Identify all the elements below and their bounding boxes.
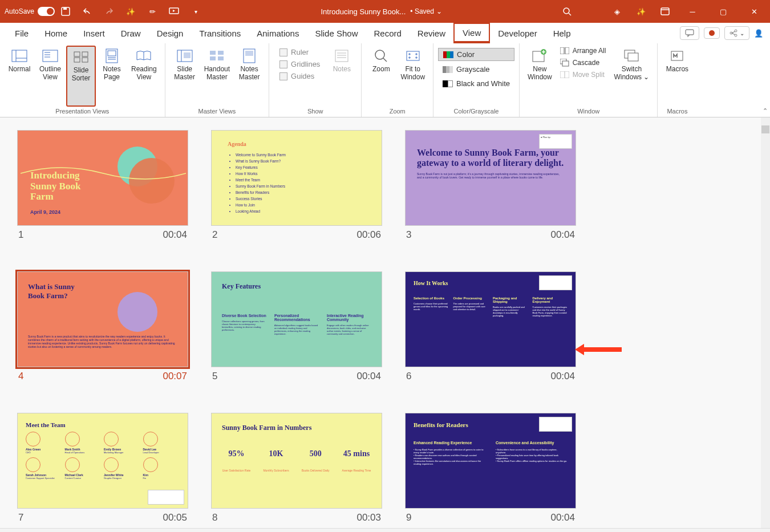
- tab-record[interactable]: Record: [366, 23, 409, 43]
- tab-insert[interactable]: Insert: [75, 23, 113, 43]
- comments-button[interactable]: [680, 26, 699, 40]
- svg-point-8: [735, 30, 737, 32]
- tab-review[interactable]: Review: [410, 23, 453, 43]
- macros-button[interactable]: Macros: [662, 46, 692, 107]
- tab-home[interactable]: Home: [37, 23, 75, 43]
- record-button[interactable]: [704, 27, 720, 39]
- slide-thumb-9[interactable]: Benefits for Readers Enhanced Reading Ex…: [405, 413, 576, 527]
- notes-page-button[interactable]: Notes Page: [97, 46, 127, 107]
- redo-icon[interactable]: [101, 3, 117, 19]
- sparkle-icon[interactable]: ✨: [633, 3, 649, 19]
- minimize-button[interactable]: ─: [681, 0, 704, 23]
- cascade-button[interactable]: Cascade: [557, 58, 610, 68]
- svg-point-3: [564, 8, 569, 14]
- switch-windows-button[interactable]: Switch Windows ⌄: [610, 46, 653, 107]
- fit-window-button[interactable]: Fit to Window: [397, 46, 428, 107]
- svg-point-40: [375, 50, 384, 59]
- normal-view-button[interactable]: Normal: [5, 46, 34, 107]
- slide-sorter-pane: Introducing Sunny Book Farm April 9, 202…: [0, 117, 770, 528]
- handout-master-button[interactable]: Handout Master: [201, 46, 233, 107]
- grayscale-button[interactable]: Grayscale: [438, 63, 514, 75]
- svg-rect-52: [628, 53, 638, 61]
- zoom-button[interactable]: Zoom: [366, 46, 396, 107]
- svg-rect-11: [12, 50, 27, 62]
- tab-draw[interactable]: Draw: [113, 23, 149, 43]
- svg-rect-32: [210, 56, 216, 60]
- slide-sorter-button[interactable]: Slide Sorter: [66, 46, 96, 107]
- tab-transitions[interactable]: Transitions: [191, 23, 249, 43]
- callout-arrow-icon: [575, 344, 626, 355]
- svg-rect-20: [74, 58, 80, 62]
- close-button[interactable]: ✕: [743, 0, 765, 23]
- tab-developer[interactable]: Developer: [490, 23, 545, 43]
- slide-master-button[interactable]: Slide Master: [170, 46, 200, 107]
- autosave-toggle[interactable]: AutoSave On: [5, 7, 52, 16]
- notes-button: Notes: [327, 46, 356, 107]
- tab-file[interactable]: File: [7, 23, 37, 43]
- slide-thumb-6[interactable]: How It Works Selection of BooksCustomers…: [405, 271, 576, 385]
- status-bar: Slide 4 of 13 Display Settings − + 100%: [0, 528, 770, 532]
- svg-line-41: [383, 58, 387, 62]
- slide-thumb-3[interactable]: ● Plus tip Welcome to Sunny Book Farm, y…: [405, 130, 576, 244]
- svg-rect-7: [686, 30, 694, 35]
- account-icon[interactable]: 👤: [754, 29, 763, 38]
- quick-access-1-icon[interactable]: ✨: [123, 3, 139, 19]
- slide-thumb-4[interactable]: What is Sunny Book Farm? Sunny Book Farm…: [17, 271, 188, 385]
- svg-rect-19: [82, 52, 88, 56]
- bw-button[interactable]: Black and White: [438, 78, 514, 90]
- tab-slideshow[interactable]: Slide Show: [307, 23, 366, 43]
- ribbon-tabs: File Home Insert Draw Design Transitions…: [0, 23, 770, 43]
- svg-rect-36: [335, 50, 348, 62]
- maximize-button[interactable]: ▢: [712, 0, 735, 23]
- save-status[interactable]: • Saved ⌄: [410, 7, 442, 15]
- arrange-all-button[interactable]: Arrange All: [557, 46, 610, 56]
- slide-thumb-1[interactable]: Introducing Sunny Book Farm April 9, 202…: [17, 130, 188, 244]
- svg-rect-33: [218, 56, 224, 60]
- outline-view-button[interactable]: Outline View: [35, 46, 65, 107]
- document-title: Introducing Sunny Book...: [321, 7, 406, 16]
- reading-view-button[interactable]: Reading View: [128, 46, 160, 107]
- ribbon: Normal Outline View Slide Sorter Notes P…: [0, 43, 770, 117]
- ruler-checkbox[interactable]: Ruler: [279, 48, 320, 56]
- move-split-button: Move Split: [557, 70, 610, 80]
- svg-point-10: [735, 34, 737, 36]
- svg-rect-31: [218, 51, 224, 55]
- save-icon[interactable]: [58, 3, 74, 19]
- new-window-button[interactable]: New Window: [524, 46, 556, 107]
- svg-rect-29: [184, 52, 191, 58]
- slide-thumb-8[interactable]: Sunny Book Farm in Numbers 95%User Satis…: [211, 413, 382, 527]
- svg-rect-18: [74, 52, 80, 56]
- svg-rect-48: [562, 61, 569, 66]
- svg-rect-14: [43, 50, 58, 62]
- svg-rect-46: [565, 47, 569, 54]
- svg-line-4: [569, 13, 571, 15]
- share-button[interactable]: ⌄: [724, 26, 749, 40]
- notes-master-button[interactable]: Notes Master: [234, 46, 264, 107]
- present-icon[interactable]: [166, 3, 182, 19]
- tab-view[interactable]: View: [453, 23, 490, 43]
- collapse-ribbon-icon[interactable]: ⌃: [763, 107, 768, 115]
- vertical-scrollbar[interactable]: [761, 117, 770, 528]
- search-icon[interactable]: [559, 3, 575, 19]
- tab-animations[interactable]: Animations: [249, 23, 307, 43]
- slide-thumb-2[interactable]: Agenda Welcome to Sunny Book FarmWhat is…: [211, 130, 382, 244]
- guides-checkbox[interactable]: Guides: [279, 72, 320, 80]
- app-mode-icon[interactable]: [657, 3, 673, 19]
- quick-access-more-icon[interactable]: ▾: [188, 3, 204, 19]
- undo-icon[interactable]: [79, 3, 95, 19]
- svg-rect-45: [560, 47, 564, 54]
- title-bar: AutoSave On ✨ ✏ ▾ Introducing Sunny Book…: [0, 0, 770, 23]
- color-button[interactable]: Color: [438, 48, 514, 61]
- diamond-icon[interactable]: ◈: [609, 3, 625, 19]
- slide-thumb-5[interactable]: Key Features Diverse Book SelectionChoos…: [211, 271, 382, 385]
- svg-rect-23: [108, 51, 116, 56]
- quick-access-2-icon[interactable]: ✏: [144, 3, 160, 19]
- svg-rect-30: [210, 51, 216, 55]
- tab-design[interactable]: Design: [149, 23, 192, 43]
- slide-thumb-7[interactable]: Meet the Team Alex GreenCEOMark SmithHea…: [17, 413, 188, 527]
- svg-rect-1: [63, 7, 67, 10]
- svg-rect-21: [82, 58, 88, 62]
- tab-help[interactable]: Help: [545, 23, 579, 43]
- gridlines-checkbox[interactable]: Gridlines: [279, 60, 320, 68]
- svg-rect-42: [407, 51, 419, 60]
